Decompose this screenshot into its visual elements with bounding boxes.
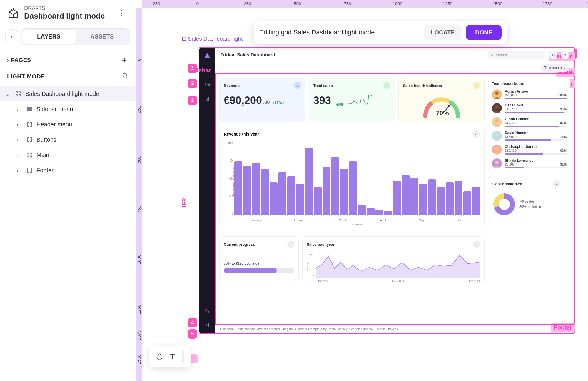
grid-tab-row-5[interactable]: 5 [188, 329, 197, 339]
section-label[interactable]: LIGHT MODE [7, 73, 45, 80]
columns-icon [26, 121, 33, 128]
svg-point-3 [16, 95, 18, 96]
card-revenue: Revenue⌄ €90,200.00+15% ↑ [219, 78, 305, 122]
dash-title: Trideal Sales Dashboard [220, 52, 483, 58]
chevron-down-icon[interactable]: ⌄ [287, 241, 294, 248]
back-button[interactable]: ‹ [5, 29, 18, 44]
svg-point-1 [16, 92, 18, 93]
moon-icon[interactable] [203, 307, 211, 315]
tree-item-main[interactable]: › Main [0, 147, 136, 163]
expand-icon[interactable]: ⤢ [472, 130, 480, 138]
chevron-down-icon[interactable]: ⌄ [294, 82, 301, 89]
tab-assets[interactable]: ASSETS [76, 30, 129, 44]
svg-rect-6 [27, 109, 31, 110]
chevron-down-icon[interactable]: ⌄ [383, 82, 390, 89]
svg-point-34 [495, 161, 499, 164]
project-icon [7, 7, 19, 19]
svg-point-13 [30, 153, 32, 154]
tab-layers[interactable]: LAYERS [22, 30, 76, 44]
chevron-right-icon: › [16, 106, 22, 113]
svg-rect-9 [30, 122, 31, 126]
chevron-down-icon[interactable]: ⌄ [473, 241, 480, 248]
document-icon[interactable] [203, 95, 211, 103]
bell-icon[interactable] [549, 51, 557, 59]
gauge-chart: 70% [421, 94, 462, 118]
columns-icon [26, 167, 33, 174]
svg-rect-8 [27, 122, 29, 126]
avatar [492, 89, 502, 99]
artboard[interactable]: Header Meta Main Footer Trideal Sales Da… [199, 47, 575, 334]
editor-left-panel: DRAFTS Dashboard light mode ⋮ ‹ LAYERS A… [0, 0, 136, 381]
columns-icon [26, 136, 33, 143]
dash-footer: Colophon: Font: Poppins. Avatars created… [215, 325, 574, 333]
tree-label: Sidebar menu [36, 106, 73, 113]
project-header: DRAFTS Dashboard light mode ⋮ [0, 0, 136, 26]
svg-point-28 [495, 119, 499, 123]
avatar [492, 145, 502, 155]
tool-palette: ⬡ T [149, 346, 191, 367]
leader-item[interactable]: Adnan Arroyo€20,000100% [492, 89, 567, 99]
locate-button[interactable]: LOCATE [424, 25, 462, 40]
dash-main: Revenue⌄ €90,200.00+15% ↑ Total sales⌄ 3… [215, 73, 574, 325]
logout-icon[interactable] [203, 321, 211, 329]
leader-item[interactable]: Gloria Graham€17,40087% [492, 117, 567, 127]
grid-fr-label-v: 1FR [181, 198, 188, 208]
svg-rect-5 [27, 107, 31, 108]
gear-icon[interactable] [561, 51, 569, 59]
svg-point-26 [495, 105, 499, 109]
tree-item-header-menu[interactable]: › Header menu [0, 117, 136, 132]
project-title: Dashboard light mode [24, 11, 110, 21]
dash-sidebar [199, 48, 215, 333]
svg-rect-16 [27, 168, 29, 172]
svg-point-24 [495, 91, 499, 95]
shape-tool-icon[interactable]: ⬡ [156, 352, 163, 361]
svg-point-21 [491, 54, 493, 56]
tree-item-sidebar-menu[interactable]: › Sidebar menu [0, 101, 136, 117]
leader-item[interactable]: Christopher Santos€12,40062% [492, 145, 567, 155]
leader-item[interactable]: Shayla Lawrence€6,20031% [492, 158, 567, 168]
progress-bar [224, 268, 294, 273]
search-icon [490, 53, 494, 57]
done-button[interactable]: DONE [466, 25, 502, 40]
text-tool-icon[interactable]: T [170, 352, 175, 361]
project-menu-button[interactable]: ⋮ [114, 6, 128, 19]
broadcast-icon[interactable] [203, 81, 211, 89]
search-icon[interactable] [122, 73, 128, 80]
tree-item-footer[interactable]: › Footer [0, 163, 136, 178]
svg-rect-4 [19, 95, 21, 96]
tree-item-buttons[interactable]: › Buttons [0, 132, 136, 147]
pages-chevron-icon[interactable]: › [7, 57, 9, 63]
leader-item[interactable]: David Hudson€15,00075% [492, 131, 567, 141]
section-row: LIGHT MODE [0, 68, 136, 84]
svg-point-2 [19, 92, 21, 93]
project-drafts-label: DRAFTS [24, 5, 110, 11]
chevron-down-icon[interactable]: ⌄ [473, 82, 480, 89]
chevron-down-icon[interactable]: ⌄ [553, 180, 560, 187]
svg-point-30 [495, 133, 499, 136]
svg-rect-17 [30, 168, 31, 172]
chevron-right-icon: › [16, 152, 22, 158]
edit-status-text: Editing grid Sales Dashboard light mode [259, 29, 420, 36]
tree-item-sales-dashboard[interactable]: ⌄ Sales Dashboard light mode [0, 86, 136, 101]
svg-point-32 [495, 147, 499, 150]
grid-tab-row-2[interactable]: 2 [188, 79, 197, 88]
avatar [492, 131, 502, 141]
dash-search-input[interactable]: Search... [487, 51, 546, 59]
svg-point-19 [207, 84, 208, 85]
dash-header: Trideal Sales Dashboard Search... [215, 48, 574, 62]
grid-tab-row-3[interactable]: 3 [188, 96, 197, 105]
grid-tab-row-4[interactable]: 4 [188, 318, 197, 327]
pages-label[interactable]: PAGES [11, 57, 31, 63]
card-revenue-chart: Revenue this year⤢ 1008060500REVENUE (10… [219, 126, 485, 229]
canvas[interactable]: 250 0 250 500 750 1000 1250 1500 1750 19… [136, 0, 588, 381]
svg-rect-11 [30, 138, 31, 142]
card-leaderboard: Team leaderboard Adnan Arroyo€20,000100%… [488, 78, 570, 172]
card-health-indicator: Sales health indicator⌄ 70% [398, 78, 485, 122]
frame-label[interactable]: Sales Dashboard light [182, 35, 243, 42]
leader-item[interactable]: Dana Lowe€19,20096% [492, 103, 567, 113]
ruler-vertical: 0 250 500 750 1000 1250 1379 1500 [136, 8, 142, 381]
svg-rect-15 [30, 156, 32, 157]
period-selector[interactable]: This month ⌄ [541, 64, 569, 72]
grid-handle[interactable] [189, 354, 198, 363]
add-page-button[interactable]: ＋ [120, 54, 128, 66]
